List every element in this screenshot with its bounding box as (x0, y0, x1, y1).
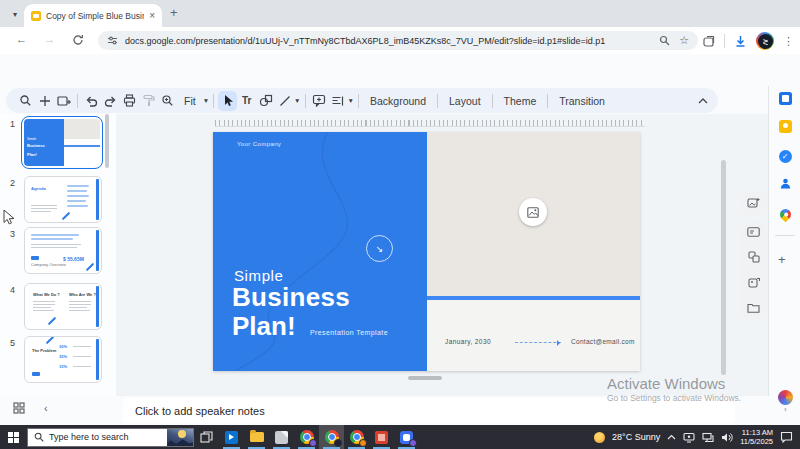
filmstrip-scrollbar[interactable] (105, 114, 109, 168)
insert-comment-tool[interactable] (310, 91, 329, 111)
url-text[interactable]: docs.google.com/presentation/d/1uUUj-V_n… (125, 36, 652, 46)
recorder-overlay-chevron-icon[interactable]: › (784, 405, 787, 414)
arrow-circle-decoration[interactable]: ↘ (366, 235, 393, 262)
google-calendar-icon[interactable] (777, 90, 793, 106)
google-keep-icon[interactable] (777, 118, 793, 134)
image-placeholder-area[interactable] (427, 132, 640, 296)
current-slide[interactable]: Your Company ↘ Simple Business Plan! Pre… (213, 132, 640, 371)
browser-profile-avatar[interactable] (756, 32, 774, 50)
network-tray-icon[interactable] (702, 432, 714, 443)
grid-objects-button[interactable] (748, 251, 760, 263)
main-area: 1 Simple Business Plan! 2 Agenda (0, 114, 800, 396)
format-dropdown-icon[interactable]: ▼ (348, 97, 354, 104)
theme-button[interactable]: Theme (497, 95, 544, 107)
photos-app[interactable] (269, 425, 294, 449)
start-button[interactable] (0, 425, 27, 449)
select-tool[interactable] (218, 91, 237, 111)
tab-search-chevron-icon[interactable]: ▾ (7, 6, 23, 22)
canvas-vertical-scrollbar[interactable] (721, 160, 726, 375)
site-settings-icon[interactable] (107, 35, 118, 46)
google-maps-icon[interactable] (777, 206, 793, 222)
insert-image-quick-button[interactable] (741, 190, 766, 215)
new-tab-button[interactable]: + (170, 5, 178, 20)
insert-shape-tool[interactable] (256, 91, 275, 111)
slide-title-bold-2[interactable]: Plan! (232, 311, 296, 342)
taskbar-clock[interactable]: 11:13 AM 11/5/2025 (740, 428, 773, 446)
slides-favicon (31, 11, 41, 21)
paint-format-icon[interactable] (139, 91, 158, 111)
browser-tab[interactable]: Copy of Simple Blue Business P × (24, 4, 162, 27)
hide-menus-chevron-icon[interactable] (698, 98, 708, 104)
google-contacts-icon[interactable] (777, 175, 793, 191)
omnibox[interactable]: docs.google.com/presentation/d/1uUUj-V_n… (98, 31, 698, 50)
back-icon[interactable]: ← (16, 33, 27, 45)
background-button[interactable]: Background (363, 95, 433, 107)
browser-menu-icon[interactable]: ⋮ (783, 35, 794, 48)
company-name-text[interactable]: Your Company (237, 141, 281, 147)
slide-date-text[interactable]: January, 2030 (445, 338, 491, 345)
slide-2-thumbnail[interactable]: Agenda (24, 176, 102, 223)
taskbar-search-box[interactable]: Type here to search (27, 428, 194, 447)
weather-text[interactable]: 28°C Sunny (612, 432, 660, 442)
thumb-title-bold1: Business (27, 143, 45, 148)
get-add-ons-button[interactable]: + (778, 252, 786, 267)
chrome-profile-1-app[interactable] (294, 425, 319, 449)
slide-5-number: 5 (10, 338, 15, 348)
undo-icon[interactable] (82, 91, 101, 111)
folder-button[interactable] (747, 303, 760, 313)
slide-subtitle[interactable]: Presentation Template (310, 329, 388, 336)
slide-1-thumbnail[interactable]: Simple Business Plan! (21, 116, 103, 169)
card-view-button[interactable] (747, 227, 760, 237)
bing-daily-image[interactable] (167, 429, 193, 446)
redo-icon[interactable] (101, 91, 120, 111)
zoom-page-icon[interactable] (659, 35, 670, 46)
slide-title-bold-1[interactable]: Business (232, 282, 350, 313)
action-center-icon[interactable] (780, 431, 793, 443)
slide-footer-area[interactable]: January, 2030 Contact@email.com (427, 300, 640, 371)
insert-line-tool[interactable] (275, 91, 294, 111)
speaker-notes-input[interactable]: Click to add speaker notes (123, 398, 735, 423)
movies-tv-app[interactable] (219, 425, 244, 449)
chrome-profile-3-app[interactable] (344, 425, 369, 449)
insert-image-placeholder-button[interactable] (519, 198, 547, 226)
display-tray-icon[interactable] (683, 432, 695, 443)
text-box-tool[interactable]: Tr (237, 91, 256, 111)
forward-icon[interactable]: → (44, 33, 55, 45)
reload-icon[interactable] (72, 34, 84, 46)
grid-view-icon[interactable] (13, 402, 25, 414)
transition-button[interactable]: Transition (552, 95, 612, 107)
photo-export-button[interactable] (748, 277, 760, 289)
zoom-in-icon[interactable] (158, 91, 177, 111)
tab-organize-icon[interactable] (702, 35, 715, 48)
zoom-fit-label[interactable]: Fit (177, 95, 203, 107)
tray-expand-chevron-icon[interactable] (667, 434, 676, 440)
print-icon[interactable] (120, 91, 139, 111)
blue-utility-app[interactable] (394, 425, 419, 449)
bookmark-star-icon[interactable]: ☆ (679, 34, 689, 47)
slide-contact-text[interactable]: Contact@email.com (571, 338, 635, 345)
weather-sun-icon[interactable] (594, 432, 605, 443)
zoom-fit-dropdown-icon[interactable]: ▼ (203, 97, 209, 104)
slide-blue-panel[interactable]: Your Company ↘ Simple Business Plan! Pre… (213, 132, 427, 371)
google-tasks-icon[interactable]: ✓ (777, 148, 793, 164)
new-slide-plus-icon[interactable] (35, 91, 54, 111)
volume-tray-icon[interactable] (721, 432, 733, 443)
collapse-filmstrip-chevron-icon[interactable]: ‹ (44, 402, 48, 414)
line-dropdown-icon[interactable]: ▼ (294, 97, 300, 104)
task-view-button[interactable] (194, 425, 219, 449)
file-explorer-app[interactable] (244, 425, 269, 449)
slide-3-thumbnail[interactable]: Company Overview $ 55.65M (24, 227, 102, 274)
search-menus-icon[interactable] (16, 91, 35, 111)
layout-button[interactable]: Layout (442, 95, 488, 107)
new-slide-layout-icon[interactable] (54, 91, 73, 111)
slide-4-thumbnail[interactable]: What We Do ? Who Are We ? (24, 283, 102, 330)
chrome-profile-2-app-active[interactable] (319, 425, 344, 449)
format-options-icon[interactable] (329, 91, 348, 111)
tab-close-icon[interactable]: × (149, 10, 155, 21)
thumb-image-area (64, 119, 100, 139)
recorder-overlay-icon[interactable] (778, 390, 793, 405)
canvas-horizontal-scrollbar[interactable] (408, 376, 442, 380)
red-media-app[interactable] (369, 425, 394, 449)
download-icon[interactable] (734, 35, 747, 48)
slide-5-thumbnail[interactable]: The Problem 30% 35% 15% (24, 336, 102, 383)
